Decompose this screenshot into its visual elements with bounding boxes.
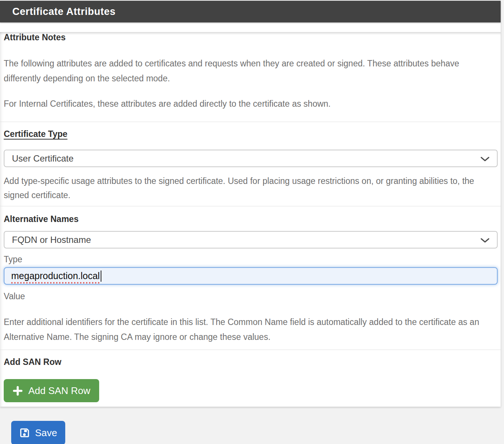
save-button-label: Save [35,427,57,439]
plus-icon [13,386,23,396]
certificate-type-select-wrap: User Certificate [4,150,498,167]
save-button[interactable]: Save [11,421,65,444]
add-san-row-button[interactable]: Add SAN Row [4,379,99,402]
san-value-label: Value [4,291,498,301]
certificate-type-help: Add type-specific usage attributes to th… [4,174,486,202]
page-footer: Save [0,407,504,444]
page: Certificate Attributes Attribute Notes T… [0,0,504,444]
san-value-text: megaproduction.local [11,271,100,281]
alternative-names-help: Enter additional identifiers for the cer… [4,315,486,344]
section-certificate-type: Certificate Type User Certificate Add ty… [4,129,498,206]
certificate-attributes-panel: Certificate Attributes Attribute Notes T… [0,1,501,407]
panel-title: Certificate Attributes [12,6,116,18]
alternative-names-heading: Alternative Names [4,214,498,224]
panel-header: Certificate Attributes [0,1,501,22]
certificate-type-heading: Certificate Type [4,129,498,139]
san-type-select[interactable]: FQDN or Hostname [4,231,498,248]
san-type-label: Type [4,254,498,264]
section-add-san-row: Add SAN Row Add SAN Row [4,357,498,402]
add-san-row-heading: Add SAN Row [4,357,498,367]
floppy-disk-icon [19,428,30,438]
attribute-notes-heading: Attribute Notes [4,32,498,43]
section-divider [0,350,501,350]
attribute-notes-paragraph-2: For Internal Certificates, these attribu… [4,96,486,111]
san-value-input[interactable]: megaproduction.local [4,267,498,285]
add-san-row-button-label: Add SAN Row [28,385,90,397]
certificate-type-select[interactable]: User Certificate [4,150,498,167]
section-divider [0,206,501,206]
section-alternative-names: Alternative Names FQDN or Hostname Type … [4,214,498,350]
attribute-notes-paragraph-1: The following attributes are added to ce… [4,56,486,86]
san-type-select-wrap: FQDN or Hostname [4,231,498,248]
panel-body: Attribute Notes The following attributes… [0,32,501,407]
text-caret [101,271,101,282]
section-divider [0,122,501,122]
section-attribute-notes: Attribute Notes The following attributes… [4,32,498,122]
